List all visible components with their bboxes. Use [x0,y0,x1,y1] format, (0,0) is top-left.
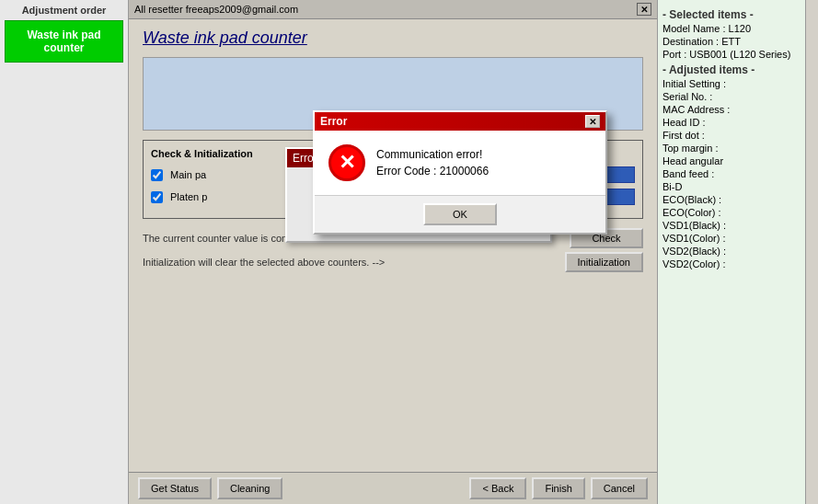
mac-address: MAC Address : [662,104,813,115]
first-dot: First dot : [662,130,813,141]
right-scrollbar[interactable] [805,0,818,504]
vsd2-black: VSD2(Black) : [662,246,813,257]
bi-d: Bi-D [662,181,813,192]
error-icon: ✕ [328,144,365,181]
error-dialog-titlebar: Error ✕ [315,112,605,131]
error-dialog-footer: OK [315,195,605,233]
destination: Destination : ETT [662,36,813,47]
error-dialog: Error ✕ ✕ Communication error! Error Cod… [313,110,607,235]
eco-black: ECO(Black) : [662,194,813,205]
modal-overlay: Error ✕ Error ✕ ✕ Communication error! E… [129,0,657,504]
top-margin: Top margin : [662,143,813,154]
head-angular: Head angular [662,155,813,166]
serial-no: Serial No. : [662,91,813,102]
ok-button[interactable]: OK [423,203,497,225]
head-id: Head ID : [662,117,813,128]
sidebar-left: Adjustment order Waste ink pad counter [0,0,129,504]
error-dialog-close-button[interactable]: ✕ [585,115,600,128]
error-dialog-body: ✕ Communication error! Error Code : 2100… [315,131,605,195]
initial-setting: Initial Setting : [662,78,813,89]
sidebar-item-waste-ink[interactable]: Waste ink pad counter [5,20,123,63]
error-message-line1: Communication error! [376,146,489,163]
model-name: Model Name : L120 [662,23,813,34]
vsd1-color: VSD1(Color) : [662,233,813,244]
vsd2-color: VSD2(Color) : [662,258,813,269]
adjusted-items-label: - Adjusted items - [662,63,813,76]
error-dialog-title: Error [320,115,347,128]
sidebar-right: - Selected items - Model Name : L120 Des… [657,0,818,504]
error-message: Communication error! Error Code : 210000… [376,146,489,179]
port: Port : USB001 (L120 Series) [662,49,813,60]
error-message-line2: Error Code : 21000066 [376,163,489,179]
main-content: All resetter freeaps2009@gmail.com ✕ Was… [129,0,657,504]
selected-items-label: - Selected items - [662,8,813,21]
vsd1-black: VSD1(Black) : [662,220,813,231]
band-feed: Band feed : [662,168,813,179]
sidebar-left-title: Adjustment order [5,5,123,16]
eco-color: ECO(Color) : [662,207,813,218]
